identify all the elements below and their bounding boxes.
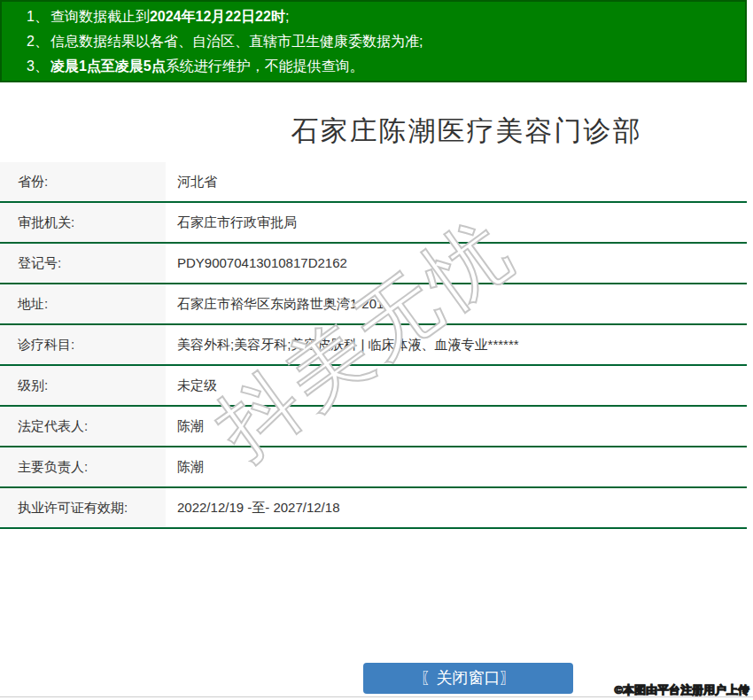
row-value: PDY90070413010817D2162 <box>166 244 747 283</box>
row-value: 2022/12/19 -至- 2027/12/18 <box>166 488 747 527</box>
row-label: 诊疗科目: <box>0 325 166 364</box>
row-label: 主要负责人: <box>0 447 166 486</box>
row-value: 美容外科;美容牙科;美容皮肤科 | 临床体液、血液专业****** <box>166 325 747 364</box>
row-label: 审批机关: <box>0 203 166 242</box>
notice-text: 系统进行维护，不能提供查询。 <box>166 58 364 74</box>
notice-number: 2、 <box>27 34 49 49</box>
row-label: 地址: <box>0 284 166 323</box>
notice-text: 信息数据结果以各省、自治区、直辖市卫生健康委数据为准; <box>50 34 423 49</box>
table-row: 登记号:PDY90070413010817D2162 <box>0 244 747 284</box>
row-value: 石家庄市行政审批局 <box>166 203 747 242</box>
query-result-page: 1、查询数据截止到2024年12月22日22时;2、信息数据结果以各省、自治区、… <box>0 0 753 700</box>
row-value: 未定级 <box>166 366 747 405</box>
table-row: 地址:石家庄市裕华区东岗路世奥湾1-201 <box>0 284 747 325</box>
row-label: 法定代表人: <box>0 407 166 446</box>
notice-line: 1、查询数据截止到2024年12月22日22时; <box>2 4 745 29</box>
row-label: 执业许可证有效期: <box>0 488 166 527</box>
row-value: 陈潮 <box>166 407 747 446</box>
details-table: 省份:河北省审批机关:石家庄市行政审批局登记号:PDY9007041301081… <box>0 162 747 529</box>
notice-number: 3、 <box>27 58 49 74</box>
table-row: 省份:河北省 <box>0 162 747 203</box>
page-title: 石家庄陈潮医疗美容门诊部 <box>93 113 753 150</box>
notice-text: ; <box>285 9 289 24</box>
table-row: 审批机关:石家庄市行政审批局 <box>0 203 747 244</box>
table-row: 诊疗科目:美容外科;美容牙科;美容皮肤科 | 临床体液、血液专业****** <box>0 325 747 366</box>
row-label: 省份: <box>0 162 166 201</box>
credit-watermark: ©本图由平台注册用户上传 <box>614 682 749 698</box>
table-row: 主要负责人:陈潮 <box>0 447 747 488</box>
notice-line: 3、凌晨1点至凌晨5点系统进行维护，不能提供查询。 <box>2 54 745 79</box>
notice-text: 查询数据截止到 <box>50 9 150 24</box>
notice-text-bold: 凌晨1点至凌晨5点 <box>50 58 166 74</box>
row-label: 级别: <box>0 366 166 405</box>
table-row: 级别:未定级 <box>0 366 747 407</box>
table-row: 执业许可证有效期:2022/12/19 -至- 2027/12/18 <box>0 488 747 529</box>
row-value: 陈潮 <box>166 447 747 486</box>
row-value: 石家庄市裕华区东岗路世奥湾1-201 <box>166 284 747 323</box>
row-value: 河北省 <box>166 162 747 201</box>
table-row: 法定代表人:陈潮 <box>0 407 747 447</box>
row-label: 登记号: <box>0 244 166 283</box>
notice-text-bold: 2024年12月22日22时 <box>150 9 285 24</box>
close-window-button[interactable]: 〖关闭窗口〗 <box>363 663 573 694</box>
notice-banner: 1、查询数据截止到2024年12月22日22时;2、信息数据结果以各省、自治区、… <box>0 0 747 82</box>
notice-number: 1、 <box>27 9 49 24</box>
notice-line: 2、信息数据结果以各省、自治区、直辖市卫生健康委数据为准; <box>2 29 745 54</box>
